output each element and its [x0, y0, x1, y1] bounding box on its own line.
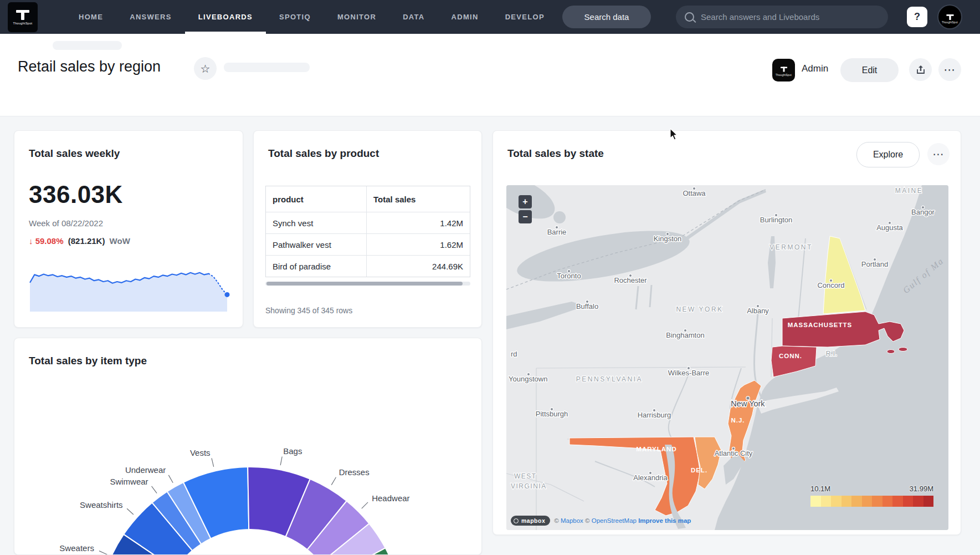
avatar-word: ThoughtSpot [942, 21, 958, 24]
product-table: product Total sales Synch vest 1.42M Pat… [265, 186, 470, 277]
map-label: rd [511, 350, 517, 358]
map-region-label: NEW YORK [676, 305, 723, 313]
map-label: Wilkes-Barre [668, 369, 709, 377]
zoom-in-button[interactable]: + [519, 195, 532, 208]
cell-product: Bird of paradise [266, 256, 367, 277]
weekly-sparkline-chart[interactable] [28, 259, 230, 314]
map-attribution: mapbox © Mapbox © OpenStreetMap Improve … [511, 516, 691, 526]
page-title: Retail sales by region [18, 58, 161, 75]
donut-label-connector [99, 551, 107, 555]
nav-item-monitor[interactable]: MONITOR [324, 0, 389, 34]
nav-item-home[interactable]: HOME [65, 0, 116, 34]
liveboard-header: Retail sales by region ☆ ThoughtSpot Adm… [0, 34, 980, 116]
scrollbar-thumb[interactable] [266, 282, 463, 286]
nav-item-answers[interactable]: ANSWERS [116, 0, 185, 34]
improve-map-link[interactable]: Improve this map [638, 517, 691, 524]
explore-button[interactable]: Explore [856, 142, 920, 167]
card-title: Total sales by item type [29, 355, 147, 367]
loading-shimmer [224, 63, 310, 72]
kpi-value: 336.03K [29, 181, 123, 208]
horizontal-scrollbar [265, 282, 470, 286]
map-state-label: MASSACHUSETTS [788, 322, 853, 328]
thoughtspot-logo-word: ThoughtSpot [13, 22, 33, 25]
card-title: Total sales by state [507, 147, 604, 160]
table-row[interactable]: Pathwalker vest 1.62M [266, 233, 470, 255]
donut-label-connector [280, 457, 282, 466]
donut-label: Headwear [372, 493, 409, 503]
change-suffix: WoW [110, 236, 130, 246]
search-data-button[interactable]: Search data [562, 6, 651, 28]
map-label: Burlington [760, 216, 793, 224]
cell-product: Synch vest [266, 212, 367, 233]
map-region-label: PENNSYLVANIA [576, 375, 643, 383]
state-massachusetts-island [887, 350, 895, 354]
donut-label: Dresses [339, 467, 370, 477]
map-label: Pittsburgh [536, 410, 568, 418]
legend-color-step [831, 496, 842, 507]
map-label: Augusta [876, 223, 903, 232]
table-row[interactable]: Synch vest 1.42M [266, 212, 470, 233]
openstreetmap-link[interactable]: OpenStreetMap [592, 517, 637, 524]
share-button[interactable] [909, 58, 932, 81]
legend-color-step [882, 496, 893, 507]
nav-item-admin[interactable]: ADMIN [438, 0, 492, 34]
map-label: Alexandria [633, 473, 668, 482]
cell-total-sales: 244.69K [367, 256, 470, 277]
table-row[interactable]: Bird of paradise 244.69K [266, 255, 470, 277]
legend-color-step [903, 496, 914, 507]
donut-label: Underwear [125, 465, 166, 475]
map-label: Kingston [654, 235, 682, 243]
favorite-star-button[interactable]: ☆ [194, 57, 217, 80]
help-button[interactable]: ? [907, 7, 927, 27]
donut-label: Swimwear [110, 477, 148, 486]
row-count-status: Showing 345 of 345 rows [265, 306, 352, 315]
global-search[interactable] [676, 6, 888, 28]
map-legend: 10.1M 31.99M [810, 485, 933, 507]
donut-label-connector [212, 458, 214, 467]
loading-shimmer [53, 41, 122, 50]
map-state-label: DEL. [691, 467, 707, 473]
map-state-label: MARYLAND [636, 446, 676, 452]
map-region-label: VERMONT [769, 243, 813, 251]
legend-color-step [821, 496, 832, 507]
primary-nav: HOME ANSWERS LIVEBOARDS SPOTIQ MONITOR D… [65, 0, 558, 34]
kpi-change-row: ↓ 59.08% (821.21K) WoW [29, 236, 130, 246]
cell-total-sales: 1.42M [367, 212, 470, 233]
search-icon [685, 12, 694, 22]
change-percent: 59.08% [35, 236, 64, 246]
mapbox-logo[interactable]: mapbox [511, 516, 550, 526]
choropleth-map[interactable]: Ottawa Barrie Kingston Toronto Rochester… [506, 185, 948, 530]
column-header-total-sales[interactable]: Total sales [367, 186, 470, 212]
nav-item-develop[interactable]: DEVELOP [492, 0, 558, 34]
author-name: Admin [802, 63, 828, 74]
nav-item-liveboards[interactable]: LIVEBOARDS [185, 0, 266, 34]
nav-item-spotiq[interactable]: SPOTIQ [266, 0, 324, 34]
edit-button[interactable]: Edit [840, 58, 899, 82]
card-more-button[interactable]: ⋯ [927, 143, 950, 165]
header-more-button[interactable]: ⋯ [938, 58, 961, 81]
attribution-text: © [583, 517, 592, 524]
legend-color-step [913, 496, 923, 507]
map-label: Rochester [614, 276, 647, 284]
thoughtspot-t-icon [16, 10, 29, 20]
zoom-out-button[interactable]: − [519, 210, 532, 223]
author-avatar[interactable]: ThoughtSpot [772, 59, 795, 82]
map-label: Bangor [911, 208, 935, 216]
card-total-sales-weekly: Total sales weekly 336.03K Week of 08/22… [14, 130, 243, 328]
item-type-donut-chart[interactable]: SweatersSweatshirtsSwimwearUnderwearVest… [14, 371, 482, 555]
map-zoom-controls: + − [519, 195, 532, 223]
donut-label-connector [331, 477, 336, 485]
search-input[interactable] [700, 12, 879, 22]
cell-product: Pathwalker vest [266, 234, 367, 255]
table-header-row: product Total sales [266, 186, 470, 212]
mapbox-link[interactable]: Mapbox [561, 517, 583, 524]
column-header-product[interactable]: product [266, 186, 367, 212]
user-avatar[interactable]: ThoughtSpot [937, 4, 962, 29]
map-label: Harrisburg [638, 411, 671, 419]
map-canvas[interactable]: Ottawa Barrie Kingston Toronto Rochester… [506, 185, 948, 530]
thoughtspot-logo[interactable]: ThoughtSpot [8, 2, 38, 32]
map-region-label: MAINE [895, 187, 923, 195]
card-title: Total sales by product [268, 147, 379, 160]
map-state-label: CONN. [779, 353, 802, 359]
nav-item-data[interactable]: DATA [389, 0, 438, 34]
